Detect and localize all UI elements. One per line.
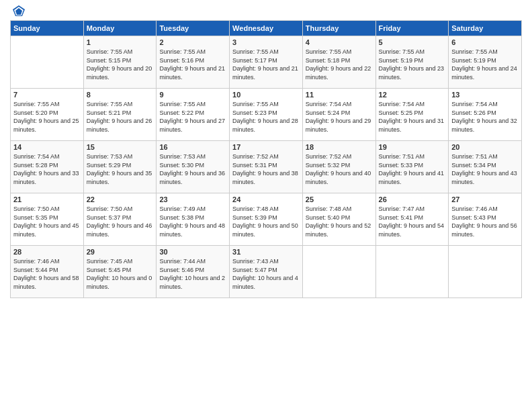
calendar-cell: 1Sunrise: 7:55 AMSunset: 5:15 PMDaylight… [83, 36, 157, 89]
weekday-header-tuesday: Tuesday [157, 21, 230, 36]
logo [10, 7, 26, 15]
day-number: 19 [379, 143, 446, 151]
calendar-cell: 11Sunrise: 7:54 AMSunset: 5:24 PMDayligh… [302, 89, 375, 141]
day-number: 3 [232, 38, 300, 46]
calendar-cell: 15Sunrise: 7:53 AMSunset: 5:29 PMDayligh… [83, 141, 157, 193]
day-number: 8 [87, 91, 154, 99]
calendar-cell: 19Sunrise: 7:51 AMSunset: 5:33 PMDayligh… [375, 141, 449, 193]
day-number: 23 [159, 195, 226, 203]
day-number: 5 [379, 38, 446, 46]
calendar-cell: 2Sunrise: 7:55 AMSunset: 5:16 PMDaylight… [157, 36, 230, 89]
day-info: Sunrise: 7:55 AMSunset: 5:16 PMDaylight:… [159, 48, 226, 81]
calendar-cell: 10Sunrise: 7:55 AMSunset: 5:23 PMDayligh… [230, 89, 303, 141]
calendar-cell: 5Sunrise: 7:55 AMSunset: 5:19 PMDaylight… [375, 36, 449, 89]
calendar-cell: 9Sunrise: 7:55 AMSunset: 5:22 PMDaylight… [157, 89, 230, 141]
day-info: Sunrise: 7:53 AMSunset: 5:29 PMDaylight:… [87, 152, 154, 186]
day-number: 7 [13, 91, 81, 99]
day-info: Sunrise: 7:55 AMSunset: 5:19 PMDaylight:… [451, 48, 519, 81]
day-info: Sunrise: 7:44 AMSunset: 5:46 PMDaylight:… [159, 257, 226, 291]
day-info: Sunrise: 7:55 AMSunset: 5:18 PMDaylight:… [306, 48, 373, 81]
day-info: Sunrise: 7:55 AMSunset: 5:21 PMDaylight:… [87, 100, 154, 134]
logo-flag-icon [11, 4, 26, 19]
calendar-cell: 12Sunrise: 7:54 AMSunset: 5:25 PMDayligh… [375, 89, 449, 141]
calendar-cell: 22Sunrise: 7:50 AMSunset: 5:37 PMDayligh… [83, 193, 157, 246]
weekday-header-wednesday: Wednesday [230, 21, 303, 36]
calendar-week-row: 1Sunrise: 7:55 AMSunset: 5:15 PMDaylight… [11, 36, 522, 89]
day-number: 21 [13, 195, 81, 203]
weekday-header-monday: Monday [83, 21, 157, 36]
day-number: 11 [306, 91, 373, 99]
calendar-cell: 29Sunrise: 7:45 AMSunset: 5:45 PMDayligh… [83, 246, 157, 298]
calendar-week-row: 28Sunrise: 7:46 AMSunset: 5:44 PMDayligh… [11, 246, 522, 298]
calendar-table: SundayMondayTuesdayWednesdayThursdayFrid… [10, 20, 522, 298]
day-info: Sunrise: 7:53 AMSunset: 5:30 PMDaylight:… [159, 152, 226, 186]
day-info: Sunrise: 7:52 AMSunset: 5:32 PMDaylight:… [306, 152, 373, 186]
calendar-week-row: 21Sunrise: 7:50 AMSunset: 5:35 PMDayligh… [11, 193, 522, 246]
day-info: Sunrise: 7:55 AMSunset: 5:19 PMDaylight:… [379, 48, 446, 81]
calendar-cell [375, 246, 449, 298]
day-number: 2 [159, 38, 226, 46]
day-info: Sunrise: 7:54 AMSunset: 5:24 PMDaylight:… [306, 100, 373, 134]
calendar-cell: 26Sunrise: 7:47 AMSunset: 5:41 PMDayligh… [375, 193, 449, 246]
day-info: Sunrise: 7:55 AMSunset: 5:15 PMDaylight:… [87, 48, 154, 81]
calendar-cell: 7Sunrise: 7:55 AMSunset: 5:20 PMDaylight… [11, 89, 84, 141]
day-info: Sunrise: 7:55 AMSunset: 5:20 PMDaylight:… [13, 100, 81, 134]
calendar-cell [449, 246, 522, 298]
day-info: Sunrise: 7:51 AMSunset: 5:33 PMDaylight:… [379, 152, 446, 186]
day-info: Sunrise: 7:54 AMSunset: 5:28 PMDaylight:… [13, 152, 81, 186]
calendar-cell: 4Sunrise: 7:55 AMSunset: 5:18 PMDaylight… [302, 36, 375, 89]
calendar-cell: 25Sunrise: 7:48 AMSunset: 5:40 PMDayligh… [302, 193, 375, 246]
calendar-cell: 27Sunrise: 7:46 AMSunset: 5:43 PMDayligh… [449, 193, 522, 246]
day-info: Sunrise: 7:49 AMSunset: 5:38 PMDaylight:… [159, 205, 226, 238]
day-info: Sunrise: 7:45 AMSunset: 5:45 PMDaylight:… [87, 257, 154, 291]
day-info: Sunrise: 7:51 AMSunset: 5:34 PMDaylight:… [451, 152, 519, 186]
calendar-cell: 28Sunrise: 7:46 AMSunset: 5:44 PMDayligh… [11, 246, 84, 298]
day-number: 24 [232, 195, 300, 203]
calendar-cell: 17Sunrise: 7:52 AMSunset: 5:31 PMDayligh… [230, 141, 303, 193]
day-info: Sunrise: 7:46 AMSunset: 5:44 PMDaylight:… [13, 257, 81, 291]
calendar-cell: 6Sunrise: 7:55 AMSunset: 5:19 PMDaylight… [449, 36, 522, 89]
day-number: 6 [451, 38, 519, 46]
calendar-header-row: SundayMondayTuesdayWednesdayThursdayFrid… [11, 21, 522, 36]
day-info: Sunrise: 7:48 AMSunset: 5:39 PMDaylight:… [232, 205, 300, 238]
day-number: 14 [13, 143, 81, 151]
day-number: 9 [159, 91, 226, 99]
day-number: 27 [451, 195, 519, 203]
header [10, 7, 522, 15]
day-number: 31 [232, 248, 300, 256]
day-info: Sunrise: 7:54 AMSunset: 5:25 PMDaylight:… [379, 100, 446, 134]
day-number: 17 [232, 143, 300, 151]
day-number: 20 [451, 143, 519, 151]
day-number: 12 [379, 91, 446, 99]
calendar-cell [11, 36, 84, 89]
day-info: Sunrise: 7:48 AMSunset: 5:40 PMDaylight:… [306, 205, 373, 238]
calendar-cell: 18Sunrise: 7:52 AMSunset: 5:32 PMDayligh… [302, 141, 375, 193]
day-number: 29 [87, 248, 154, 256]
day-info: Sunrise: 7:54 AMSunset: 5:26 PMDaylight:… [451, 100, 519, 134]
calendar-cell: 21Sunrise: 7:50 AMSunset: 5:35 PMDayligh… [11, 193, 84, 246]
weekday-header-friday: Friday [375, 21, 449, 36]
weekday-header-thursday: Thursday [302, 21, 375, 36]
page-container: SundayMondayTuesdayWednesdayThursdayFrid… [0, 0, 532, 305]
calendar-cell: 30Sunrise: 7:44 AMSunset: 5:46 PMDayligh… [157, 246, 230, 298]
day-number: 30 [159, 248, 226, 256]
day-number: 10 [232, 91, 300, 99]
calendar-cell: 8Sunrise: 7:55 AMSunset: 5:21 PMDaylight… [83, 89, 157, 141]
calendar-cell: 23Sunrise: 7:49 AMSunset: 5:38 PMDayligh… [157, 193, 230, 246]
day-number: 15 [87, 143, 154, 151]
day-info: Sunrise: 7:50 AMSunset: 5:37 PMDaylight:… [87, 205, 154, 238]
day-info: Sunrise: 7:55 AMSunset: 5:22 PMDaylight:… [159, 100, 226, 134]
calendar-cell: 20Sunrise: 7:51 AMSunset: 5:34 PMDayligh… [449, 141, 522, 193]
calendar-cell [302, 246, 375, 298]
day-number: 22 [87, 195, 154, 203]
day-info: Sunrise: 7:55 AMSunset: 5:23 PMDaylight:… [232, 100, 300, 134]
weekday-header-saturday: Saturday [449, 21, 522, 36]
day-number: 26 [379, 195, 446, 203]
day-number: 28 [13, 248, 81, 256]
day-number: 13 [451, 91, 519, 99]
day-info: Sunrise: 7:52 AMSunset: 5:31 PMDaylight:… [232, 152, 300, 186]
calendar-cell: 16Sunrise: 7:53 AMSunset: 5:30 PMDayligh… [157, 141, 230, 193]
calendar-week-row: 7Sunrise: 7:55 AMSunset: 5:20 PMDaylight… [11, 89, 522, 141]
day-info: Sunrise: 7:50 AMSunset: 5:35 PMDaylight:… [13, 205, 81, 238]
day-info: Sunrise: 7:43 AMSunset: 5:47 PMDaylight:… [232, 257, 300, 291]
